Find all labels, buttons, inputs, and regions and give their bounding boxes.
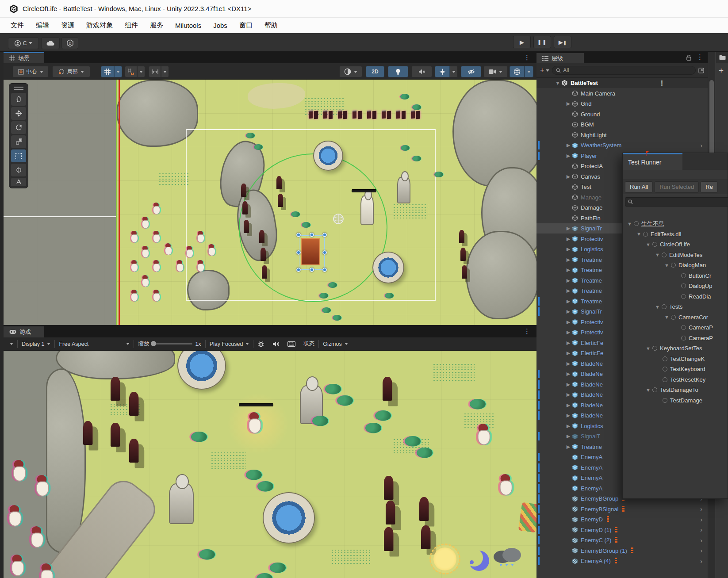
- tab-scene[interactable]: 场景: [4, 53, 44, 63]
- expand-arrow-icon[interactable]: ▼: [655, 304, 662, 310]
- transform-tool[interactable]: [11, 164, 26, 176]
- test-tree-row[interactable]: ▼KeyboardSetTes: [646, 343, 702, 353]
- game-viewport[interactable]: [4, 351, 536, 578]
- expand-arrow-icon[interactable]: ▶: [565, 101, 572, 107]
- tab-test-runner[interactable]: Test Runner: [623, 153, 682, 170]
- hierarchy-row[interactable]: BGM: [536, 119, 708, 130]
- expand-arrow-icon[interactable]: ▼: [627, 221, 634, 226]
- add-icon[interactable]: +: [719, 66, 724, 76]
- expand-arrow-icon[interactable]: ▶: [565, 402, 572, 408]
- expand-arrow-icon[interactable]: ▶: [565, 340, 572, 346]
- expand-arrow-icon[interactable]: ▼: [646, 242, 652, 247]
- menu-item-2[interactable]: 资源: [61, 21, 74, 30]
- hierarchy-row[interactable]: EnemyA (4)›: [536, 556, 708, 566]
- snap-increment-button[interactable]: [125, 66, 137, 77]
- expand-arrow-icon[interactable]: ▶: [565, 423, 572, 429]
- display-dropdown[interactable]: Display 1: [18, 337, 54, 350]
- test-tree-row[interactable]: CameraP: [681, 322, 713, 333]
- tab-hierarchy[interactable]: 层级: [536, 53, 584, 63]
- scale-tool[interactable]: [11, 135, 26, 148]
- run-selected-button[interactable]: Run Selected: [655, 181, 699, 193]
- hierarchy-row[interactable]: EnemyC (2)›: [536, 535, 708, 545]
- menu-item-8[interactable]: 窗口: [239, 21, 253, 30]
- measure-tool-dropdown[interactable]: [161, 66, 169, 77]
- scene-options-icon[interactable]: ⋮: [659, 79, 665, 87]
- prefab-chevron-icon[interactable]: ›: [700, 558, 702, 565]
- test-tree-row[interactable]: TestDamage: [663, 395, 702, 406]
- expand-arrow-icon[interactable]: ▼: [655, 252, 662, 257]
- expand-arrow-icon[interactable]: ▼: [664, 263, 671, 268]
- game-audio-button[interactable]: [268, 337, 284, 350]
- stats-button[interactable]: 状态: [299, 337, 318, 350]
- expand-arrow-icon[interactable]: ▶: [565, 267, 572, 273]
- hierarchy-row[interactable]: EnemyD (1)›: [536, 525, 708, 535]
- test-tree-row[interactable]: ▼TestDamageTo: [646, 385, 698, 395]
- display-target-dropdown[interactable]: [4, 337, 17, 350]
- hierarchy-row[interactable]: EnemyD›: [536, 514, 708, 524]
- expand-arrow-icon[interactable]: ▶: [565, 299, 572, 304]
- expand-arrow-icon[interactable]: ▶: [565, 392, 572, 398]
- scene-lighting-button[interactable]: [388, 66, 408, 77]
- test-tree-row[interactable]: TestKeyboard: [663, 364, 705, 374]
- test-tree-row[interactable]: ▼生生不息: [627, 218, 664, 229]
- grid-snapping-button[interactable]: Y: [101, 66, 114, 77]
- hierarchy-row[interactable]: Main Camera: [536, 88, 708, 99]
- gizmo-tool-button[interactable]: [510, 66, 525, 77]
- expand-arrow-icon[interactable]: ▼: [646, 346, 652, 351]
- expand-arrow-icon[interactable]: ▶: [565, 413, 572, 418]
- effects-visibility-button[interactable]: [435, 66, 450, 77]
- test-tree-row[interactable]: ▼CircleOfLife: [646, 239, 690, 249]
- scene-menu-icon[interactable]: ⋮: [524, 54, 530, 61]
- menu-item-7[interactable]: Jobs: [213, 22, 227, 29]
- custom-tool[interactable]: [11, 178, 26, 186]
- menu-item-4[interactable]: 组件: [125, 21, 138, 30]
- test-tree-row[interactable]: ButtonCr: [681, 271, 711, 281]
- prefab-chevron-icon[interactable]: ›: [700, 537, 702, 544]
- test-tree-row[interactable]: ReadDia: [681, 291, 711, 302]
- snap-increment-dropdown[interactable]: [137, 66, 145, 77]
- overlay-drag-handle[interactable]: [14, 87, 23, 90]
- menu-item-6[interactable]: Milutools: [175, 22, 201, 29]
- test-tree-row[interactable]: ▼Tests: [655, 302, 682, 312]
- expand-arrow-icon[interactable]: ▶: [565, 361, 572, 367]
- menu-item-5[interactable]: 服务: [150, 21, 163, 30]
- run-all-button[interactable]: Run All: [625, 181, 653, 193]
- zoom-slider[interactable]: [152, 343, 192, 345]
- test-tree-row[interactable]: TestChangeK: [663, 354, 705, 364]
- prefab-chevron-icon[interactable]: ›: [700, 505, 702, 513]
- expand-arrow-icon[interactable]: ▶: [565, 433, 572, 439]
- expand-arrow-icon[interactable]: ▶: [565, 257, 572, 263]
- open-window-icon[interactable]: [698, 68, 704, 73]
- expand-arrow-icon[interactable]: ▶: [565, 142, 572, 148]
- expand-arrow-icon[interactable]: ▶: [565, 174, 572, 180]
- rerun-button[interactable]: Re: [701, 181, 718, 193]
- expand-arrow-icon[interactable]: ▶: [565, 444, 572, 450]
- menu-item-9[interactable]: 帮助: [264, 21, 278, 30]
- hierarchy-row[interactable]: ▶WeatherSystem›: [536, 140, 708, 150]
- expand-arrow-icon[interactable]: ▶: [565, 236, 572, 242]
- pause-button[interactable]: ❚❚: [533, 36, 551, 48]
- scene-audio-mute-button[interactable]: [411, 66, 432, 77]
- rect-tool[interactable]: [11, 149, 26, 162]
- weather-rain-button[interactable]: [494, 548, 521, 564]
- keyboard-button[interactable]: [284, 337, 299, 350]
- play-focused-dropdown[interactable]: Play Focused: [206, 337, 253, 350]
- expand-arrow-icon[interactable]: ▶: [565, 226, 572, 231]
- hierarchy-search-input[interactable]: All: [552, 66, 696, 75]
- prefab-chevron-icon[interactable]: ›: [700, 547, 702, 554]
- test-tree-row[interactable]: CameraP: [681, 333, 713, 343]
- scene-camera-button[interactable]: [483, 66, 508, 77]
- hierarchy-row[interactable]: ▶Grid: [536, 99, 708, 109]
- expand-arrow-icon[interactable]: ▶: [565, 246, 572, 252]
- expand-arrow-icon[interactable]: ▶: [565, 329, 572, 335]
- tab-game[interactable]: 游戏: [4, 326, 44, 337]
- rotate-tool[interactable]: [11, 121, 26, 134]
- selected-unit-card[interactable]: [301, 238, 320, 265]
- expand-arrow-icon[interactable]: ▶: [565, 350, 572, 356]
- expand-arrow-icon[interactable]: ▼: [636, 231, 643, 237]
- 2d-toggle-button[interactable]: 2D: [366, 66, 384, 77]
- project-tab-sliver[interactable]: [716, 52, 728, 63]
- expand-arrow-icon[interactable]: ▶: [565, 309, 572, 314]
- hierarchy-row[interactable]: EnemyBGroup (1)›: [536, 546, 708, 556]
- measure-tool-button[interactable]: [149, 66, 161, 77]
